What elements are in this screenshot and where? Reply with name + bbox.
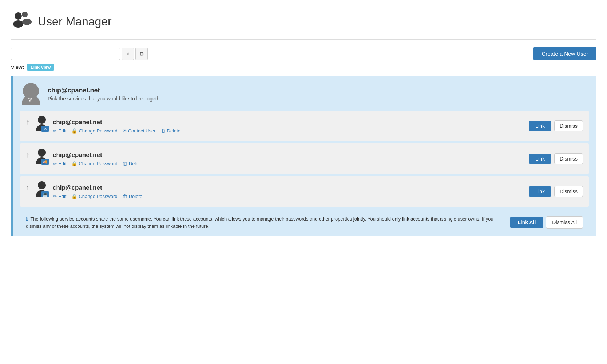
user-row-right: Link Dismiss (529, 186, 583, 197)
dismiss-button-3[interactable]: Dismiss (554, 186, 583, 197)
change-password-link[interactable]: 🔒 Change Password (71, 161, 117, 166)
lock-icon: 🔒 (71, 194, 77, 199)
unknown-user-avatar: ? (20, 83, 42, 105)
person-silhouette: 🚚 (36, 149, 48, 164)
view-label: View: (11, 64, 24, 70)
user-row: ↑ 💻 chip@cpanel.net ✏ Edit (20, 176, 589, 207)
dismiss-button-1[interactable]: Dismiss (554, 120, 583, 131)
link-button-3[interactable]: Link (529, 186, 551, 197)
link-all-button[interactable]: Link All (510, 217, 543, 228)
user-manager-icon (11, 11, 33, 32)
edit-icon: ✏ (53, 161, 57, 166)
search-input[interactable] (11, 48, 120, 60)
contact-user-link[interactable]: ✉ Contact User (123, 128, 156, 134)
user-row-right: Link Dismiss (529, 153, 583, 164)
footer-actions: Link All Dismiss All (510, 216, 583, 229)
edit-link[interactable]: ✏ Edit (53, 128, 66, 134)
panel-header: ? chip@cpanel.net Pick the services that… (20, 83, 589, 111)
user-actions: ✏ Edit 🔒 Change Password 🗑 Delete (53, 194, 142, 199)
person-silhouette: ✉ (36, 116, 48, 131)
arrow-up-icon: ↑ (26, 183, 29, 192)
panel-description: Pick the services that you would like to… (48, 96, 165, 102)
trash-icon: 🗑 (123, 194, 127, 199)
edit-link[interactable]: ✏ Edit (53, 194, 66, 199)
trash-icon: 🗑 (123, 161, 127, 166)
search-area: × ⚙ (11, 48, 148, 60)
user-actions: ✏ Edit 🔒 Change Password ✉ Contact User (53, 128, 180, 134)
page-header: User Manager (11, 7, 596, 40)
user-info: chip@cpanel.net ✏ Edit 🔒 Change Password… (53, 184, 142, 199)
user-actions: ✏ Edit 🔒 Change Password 🗑 Delete (53, 161, 142, 166)
user-row: ↑ 🚚 chip@cpanel.net ✏ Edit (20, 143, 589, 174)
edit-link[interactable]: ✏ Edit (53, 161, 66, 166)
view-row: View: Link View (11, 64, 596, 71)
link-button-2[interactable]: Link (529, 154, 551, 164)
link-button-1[interactable]: Link (529, 121, 551, 131)
panel-email: chip@cpanel.net (48, 87, 165, 94)
user-icon-wrap: ↑ ✉ (26, 116, 48, 136)
arrow-up-icon: ↑ (26, 151, 29, 159)
user-info: chip@cpanel.net ✏ Edit 🔒 Change Password… (53, 151, 142, 166)
svg-point-2 (22, 12, 28, 17)
truck-icon: 🚚 (41, 159, 49, 165)
dismiss-button-2[interactable]: Dismiss (554, 153, 583, 164)
arrow-up-icon: ↑ (26, 118, 29, 126)
info-icon: ℹ (26, 216, 28, 222)
page-title: User Manager (38, 15, 112, 28)
dismiss-all-button[interactable]: Dismiss All (546, 216, 583, 229)
svg-point-1 (13, 20, 23, 28)
lock-icon: 🔒 (71, 128, 77, 134)
create-new-user-button[interactable]: Create a New User (533, 47, 596, 60)
change-password-link[interactable]: 🔒 Change Password (71, 194, 117, 199)
toolbar: × ⚙ Create a New User (11, 47, 596, 60)
user-email: chip@cpanel.net (53, 119, 180, 126)
edit-icon: ✏ (53, 194, 57, 199)
footer-text: ℹ The following service accounts share t… (26, 215, 501, 230)
trash-icon: 🗑 (161, 128, 166, 134)
svg-point-0 (15, 12, 22, 20)
user-info: chip@cpanel.net ✏ Edit 🔒 Change Password… (53, 119, 180, 134)
user-email: chip@cpanel.net (53, 184, 142, 191)
delete-link[interactable]: 🗑 Delete (123, 161, 143, 166)
link-panel: ? chip@cpanel.net Pick the services that… (11, 76, 596, 236)
person-silhouette: 💻 (36, 181, 48, 197)
delete-link[interactable]: 🗑 Delete (123, 194, 143, 199)
user-row: ↑ ✉ chip@cpanel.net ✏ Edit (20, 111, 589, 141)
panel-info: chip@cpanel.net Pick the services that y… (48, 87, 165, 102)
clear-search-button[interactable]: × (122, 48, 134, 60)
link-view-badge[interactable]: Link View (27, 64, 54, 71)
search-settings-button[interactable]: ⚙ (135, 48, 148, 60)
mail-icon: ✉ (41, 126, 49, 132)
user-icon-wrap: ↑ 🚚 (26, 149, 48, 169)
envelope-icon: ✉ (123, 128, 127, 134)
user-email: chip@cpanel.net (53, 151, 142, 159)
user-row-right: Link Dismiss (529, 120, 583, 131)
edit-icon: ✏ (53, 128, 57, 134)
lock-icon: 🔒 (71, 161, 77, 166)
laptop-icon: 💻 (41, 191, 49, 197)
panel-footer: ℹ The following service accounts share t… (20, 209, 589, 236)
delete-link[interactable]: 🗑 Delete (161, 128, 181, 134)
svg-point-3 (22, 19, 32, 25)
change-password-link[interactable]: 🔒 Change Password (71, 128, 117, 134)
user-icon-wrap: ↑ 💻 (26, 181, 48, 202)
